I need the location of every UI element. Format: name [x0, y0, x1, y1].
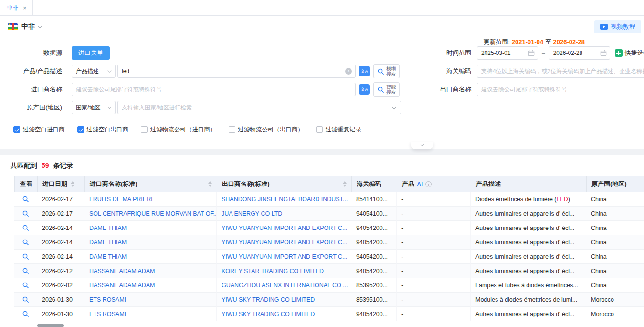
- translate-icon[interactable]: [359, 84, 370, 95]
- cell-product-ai: -: [397, 207, 471, 221]
- magnifier-icon: [22, 296, 29, 303]
- info-icon[interactable]: [425, 181, 432, 187]
- hs-code-input[interactable]: [477, 68, 644, 75]
- chevron-down-icon: [108, 69, 112, 73]
- importer-name-input[interactable]: [72, 86, 355, 93]
- cell-importer-link[interactable]: HASSANE ADAM ADAM: [84, 278, 217, 293]
- filter-checkbox-item[interactable]: 过滤空白出口商: [77, 126, 129, 134]
- collapse-handle[interactable]: [411, 142, 433, 149]
- horizontal-scrollbar-thumb[interactable]: [37, 324, 64, 327]
- checkbox[interactable]: [13, 126, 20, 133]
- time-range-label: 时间范围: [437, 49, 471, 57]
- cell-product-ai: -: [397, 192, 471, 207]
- chevron-down-icon[interactable]: [38, 23, 42, 28]
- filter-checkbox-item[interactable]: 过滤空白进口商: [13, 126, 65, 134]
- cell-exporter-link[interactable]: YIWU YUANYUAN IMPORT AND EXPORT C...: [217, 250, 351, 264]
- data-source-import-declaration-button[interactable]: 进口关单: [72, 46, 110, 60]
- clear-input-icon[interactable]: [345, 68, 352, 75]
- product-type-select[interactable]: 产品描述: [72, 65, 116, 78]
- cell-import-date: 2026-02-12: [37, 264, 84, 278]
- update-range-label: 更新范围:: [484, 38, 510, 45]
- cell-exporter-link[interactable]: YIWU YUANYUAN IMPORT AND EXPORT C...: [217, 221, 351, 235]
- update-range-to: 2026-02-28: [553, 38, 585, 45]
- view-row-button[interactable]: [22, 282, 29, 289]
- cell-importer-link[interactable]: DAME THIAM: [84, 221, 217, 235]
- cell-hs-code: 85395100...: [351, 293, 397, 307]
- quick-select-link[interactable]: 快捷选择: [615, 49, 644, 57]
- filter-checkbox-item[interactable]: 过滤重复记录: [316, 126, 361, 134]
- filter-checkbox-item[interactable]: 过滤物流公司（进口商）: [141, 126, 216, 134]
- cell-importer-link[interactable]: HASSANE ADAM ADAM: [84, 264, 217, 278]
- view-row-button[interactable]: [22, 310, 29, 317]
- view-row-button[interactable]: [22, 267, 29, 274]
- view-row-button[interactable]: [22, 239, 29, 246]
- cell-origin: China: [586, 221, 644, 235]
- cell-hs-code: 94054200...: [351, 307, 397, 321]
- tab-zhongfei[interactable]: 中非 ×: [0, 0, 33, 15]
- country-title[interactable]: 中非: [21, 22, 35, 31]
- cell-exporter-link[interactable]: JUA ENERGY CO LTD: [217, 207, 351, 221]
- cell-origin: China: [586, 207, 644, 221]
- fuzzy-search-button[interactable]: 模糊 搜索: [373, 64, 400, 78]
- column-description: 产品描述: [471, 176, 587, 192]
- close-icon[interactable]: ×: [23, 4, 27, 11]
- checkbox[interactable]: [316, 126, 323, 133]
- origin-country-input[interactable]: [118, 104, 392, 111]
- cell-exporter-link[interactable]: YIWU SKY TRADING CO LIMITED: [217, 293, 351, 307]
- view-row-button[interactable]: [22, 196, 29, 203]
- origin-type-select[interactable]: 国家/地区: [72, 101, 116, 114]
- checkbox[interactable]: [229, 126, 235, 133]
- date-from-input[interactable]: [477, 50, 528, 56]
- cell-exporter-link[interactable]: YIWU SKY TRADING CO LIMITED: [217, 307, 351, 321]
- search-icon: [377, 68, 384, 75]
- view-row-button[interactable]: [22, 224, 29, 231]
- cell-exporter-link[interactable]: GUANGZHOU ASENX INTERNATIONAL CO ...: [217, 278, 351, 293]
- product-search-input[interactable]: [118, 68, 345, 75]
- table-row: 2026-02-17 SOL CENTRAFRIQUE RUE MORVAN B…: [14, 207, 644, 221]
- checkbox[interactable]: [141, 126, 148, 133]
- magnifier-icon: [22, 239, 29, 246]
- view-row-button[interactable]: [22, 210, 29, 217]
- cell-importer-link[interactable]: FRUITS DE MA PRIERE: [84, 192, 217, 207]
- column-hs-code: 海关编码: [352, 176, 397, 192]
- sort-icon[interactable]: [343, 181, 347, 187]
- exporter-name-input[interactable]: [477, 86, 644, 93]
- cell-product-ai: -: [397, 250, 471, 264]
- cell-hs-code: 85395200...: [351, 278, 397, 293]
- hs-code-input-wrap: [477, 65, 644, 78]
- view-row-button[interactable]: [22, 253, 29, 260]
- view-row-button[interactable]: [22, 296, 29, 303]
- video-tutorial-button[interactable]: 视频教程: [594, 20, 641, 33]
- cell-description: Autres luminaires et appareils d' écl...: [471, 207, 586, 221]
- cell-hs-code: 94054200...: [351, 235, 397, 250]
- cell-origin: Morocco: [586, 307, 644, 321]
- cell-importer-link[interactable]: ETS ROSAMI: [84, 293, 217, 307]
- translate-icon[interactable]: [359, 66, 370, 76]
- video-tutorial-label: 视频教程: [611, 22, 635, 31]
- search-panel: 中非 视频教程 更新范围: 2021-01-04 至 2026-02-28 数据…: [0, 16, 644, 149]
- cell-importer-link[interactable]: DAME THIAM: [84, 235, 217, 250]
- filter-checkbox-item[interactable]: 过滤物流公司（出口商）: [229, 126, 304, 134]
- cell-exporter-link[interactable]: KOREY STAR TRADING CO LIMITED: [217, 264, 351, 278]
- column-import-date[interactable]: 进口日期: [38, 176, 85, 192]
- smart-search-button[interactable]: 智能 搜索: [373, 82, 400, 97]
- sort-icon[interactable]: [208, 181, 212, 187]
- cell-importer-link[interactable]: SOL CENTRAFRIQUE RUE MORVAN BAT OF...: [84, 207, 217, 221]
- sort-icon[interactable]: [71, 181, 74, 187]
- cell-origin: China: [586, 250, 644, 264]
- column-origin: 原产国(地区): [587, 176, 644, 192]
- checkbox[interactable]: [77, 126, 84, 133]
- column-importer[interactable]: 进口商名称(标准): [85, 176, 217, 192]
- smart-search-label-2: 搜索: [386, 89, 396, 95]
- cell-import-date: 2026-02-14: [37, 250, 84, 264]
- date-to-input[interactable]: [549, 50, 600, 56]
- cell-exporter-link[interactable]: SHANDONG JINSHENGTAI BOARD INDUST...: [217, 192, 351, 207]
- cell-importer-link[interactable]: ETS ROSAMI: [84, 307, 217, 321]
- exporter-input-wrap: [477, 83, 644, 96]
- cell-importer-link[interactable]: DAME THIAM: [84, 250, 217, 264]
- cell-exporter-link[interactable]: YIWU YUANYUAN IMPORT AND EXPORT C...: [217, 235, 351, 250]
- column-exporter[interactable]: 出口商名称(标准): [217, 176, 352, 192]
- ai-badge: AI: [417, 181, 423, 188]
- summary-suffix: 条记录: [53, 162, 73, 169]
- data-source-label: 数据源: [0, 49, 62, 57]
